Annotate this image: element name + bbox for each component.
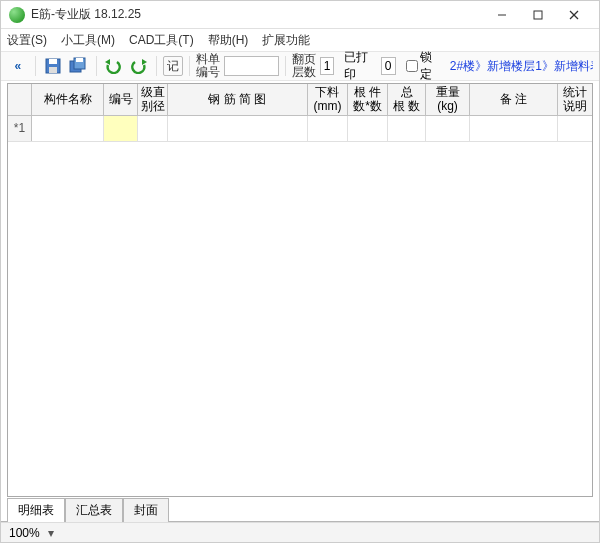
col-total-qty[interactable]: 总 根 数 [388,84,426,115]
cell-weight[interactable] [426,116,470,141]
col-cut-len[interactable]: 下料 (mm) [308,84,348,115]
separator [189,56,190,76]
toolbar: « 记 料单 编号 翻页 层数 1 已打印 0 锁定 2#楼》新增楼层1》新增料… [1,51,599,81]
svg-rect-9 [76,58,83,62]
redo-icon [130,58,148,74]
maximize-button[interactable] [521,5,555,25]
cell-rebar-diagram[interactable] [168,116,308,141]
redo-button[interactable] [128,54,150,78]
lock-checkbox-input[interactable] [406,60,418,72]
printed-count: 0 [381,57,396,75]
cell-remark[interactable] [470,116,558,141]
status-bar: 100% ▾ [1,522,599,542]
breadcrumb[interactable]: 2#楼》新增楼层1》新增料表1 [450,58,593,75]
grid-header-row: 构件名称 编号 级直 别径 钢 筋 简 图 下料 (mm) 根 件 数*数 总 … [8,84,592,116]
close-button[interactable] [557,5,591,25]
grid-header-rownum [8,84,32,115]
lock-label: 锁定 [420,49,440,83]
grid-empty-area [8,142,592,496]
page-count-label: 翻页 层数 [292,53,316,79]
save-all-button[interactable] [68,54,90,78]
zoom-dropdown-icon[interactable]: ▾ [46,526,56,540]
save-button[interactable] [42,54,64,78]
col-number[interactable]: 编号 [104,84,138,115]
cell-grade-diameter[interactable] [138,116,168,141]
col-qty-each[interactable]: 根 件 数*数 [348,84,388,115]
col-remark[interactable]: 备 注 [470,84,558,115]
tab-detail[interactable]: 明细表 [7,498,65,522]
printed-value: 0 [385,59,392,73]
sheet-no-label: 料单 编号 [196,53,220,79]
row-index: *1 [8,116,32,141]
cell-number[interactable] [104,116,138,141]
menu-cad-tools[interactable]: CAD工具(T) [129,32,194,49]
save-all-icon [69,57,89,75]
title-bar: E筋-专业版 18.12.25 [1,1,599,29]
printed-label: 已打印 [344,49,376,83]
save-icon [44,57,62,75]
window-controls [485,5,591,25]
col-grade-diameter[interactable]: 级直 别径 [138,84,168,115]
svg-rect-5 [49,59,57,64]
col-rebar-diagram[interactable]: 钢 筋 简 图 [168,84,308,115]
tab-cover[interactable]: 封面 [123,498,169,522]
record-button[interactable]: 记 [163,56,183,76]
cell-qty-each[interactable] [348,116,388,141]
separator [156,56,157,76]
window-title: E筋-专业版 18.12.25 [31,6,485,23]
col-component-name[interactable]: 构件名称 [32,84,104,115]
separator [35,56,36,76]
menu-small-tools[interactable]: 小工具(M) [61,32,115,49]
separator [96,56,97,76]
zoom-level[interactable]: 100% [9,526,40,540]
data-grid: 构件名称 编号 级直 别径 钢 筋 简 图 下料 (mm) 根 件 数*数 总 … [7,83,593,497]
cell-component-name[interactable] [32,116,104,141]
menu-help[interactable]: 帮助(H) [208,32,249,49]
table-row[interactable]: *1 [8,116,592,142]
page-count-input[interactable]: 1 [320,57,335,75]
col-stat-note[interactable]: 统计 说明 [558,84,592,115]
minimize-button[interactable] [485,5,519,25]
cell-cut-len[interactable] [308,116,348,141]
undo-icon [104,58,122,74]
collapse-button[interactable]: « [7,54,29,78]
col-weight[interactable]: 重量 (kg) [426,84,470,115]
menu-extensions[interactable]: 扩展功能 [262,32,310,49]
menu-settings[interactable]: 设置(S) [7,32,47,49]
tab-summary[interactable]: 汇总表 [65,498,123,522]
app-icon [9,7,25,23]
undo-button[interactable] [103,54,125,78]
lock-checkbox[interactable]: 锁定 [406,49,440,83]
cell-total-qty[interactable] [388,116,426,141]
menu-bar: 设置(S) 小工具(M) CAD工具(T) 帮助(H) 扩展功能 [1,29,599,51]
svg-rect-6 [49,67,57,73]
separator [285,56,286,76]
svg-rect-1 [534,11,542,19]
sheet-tabs: 明细表 汇总表 封面 [1,499,599,521]
sheet-no-input[interactable] [224,56,279,76]
cell-stat-note[interactable] [558,116,592,141]
page-count-value: 1 [324,59,331,73]
